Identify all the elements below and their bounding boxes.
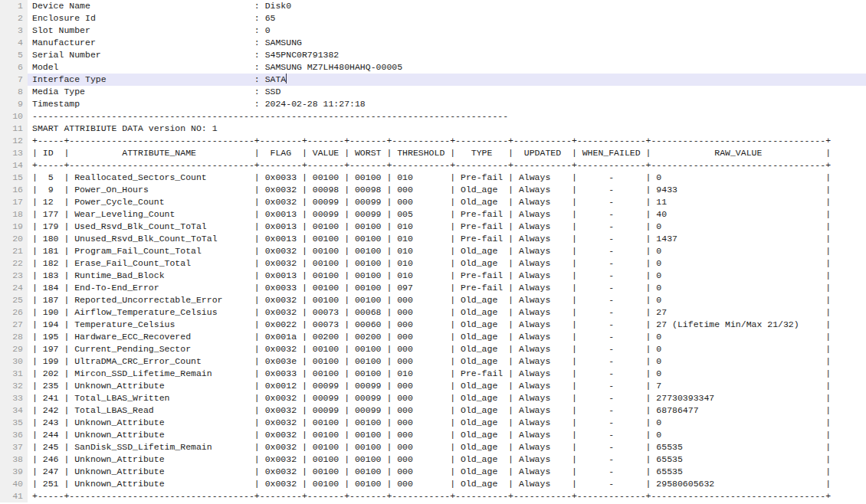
- line-number: 22: [0, 257, 28, 270]
- line-number: 13: [0, 147, 28, 159]
- editor-line-39: 39| 247 | Unknown_Attribute | 0x0032 | 0…: [0, 466, 866, 478]
- code-line-content[interactable]: | 243 | Unknown_Attribute | 0x0032 | 001…: [28, 417, 866, 429]
- line-number: 25: [0, 294, 28, 306]
- code-line-content[interactable]: | 199 | UltraDMA_CRC_Error_Count | 0x003…: [28, 355, 866, 368]
- code-line-content[interactable]: Serial Number : S45PNC0R791382: [28, 49, 866, 61]
- editor-line-8: 8Media Type : SSD: [0, 86, 866, 98]
- text-editor-viewport[interactable]: 1Device Name : Disk02Enclosure Id : 653S…: [0, 0, 866, 504]
- editor-line-16: 16| 9 | Power_On_Hours | 0x0032 | 00098 …: [0, 184, 866, 196]
- code-line-content[interactable]: | 245 | SanDisk_SSD_Lifetim_Remain | 0x0…: [28, 441, 866, 453]
- editor-line-7: 7Interface Type : SATA: [0, 74, 866, 86]
- code-line-content[interactable]: | 246 | Unknown_Attribute | 0x0032 | 001…: [28, 453, 866, 466]
- line-number: 9: [0, 98, 28, 110]
- line-number: 20: [0, 233, 28, 245]
- line-number: 5: [0, 49, 28, 61]
- line-number: 27: [0, 319, 28, 331]
- editor-line-6: 6Model : SAMSUNG MZ7LH480HAHQ-00005: [0, 61, 866, 74]
- code-line-content[interactable]: ----------------------------------------…: [28, 110, 866, 123]
- code-line-content[interactable]: | 181 | Program_Fail_Count_Total | 0x003…: [28, 245, 866, 257]
- editor-line-40: 40| 251 | Unknown_Attribute | 0x0032 | 0…: [0, 478, 866, 490]
- code-line-content[interactable]: | 12 | Power_Cycle_Count | 0x0032 | 0009…: [28, 196, 866, 208]
- code-line-content[interactable]: | 183 | Runtime_Bad_Block | 0x0013 | 001…: [28, 270, 866, 282]
- code-line-content[interactable]: | ID | ATTRIBUTE_NAME | FLAG | VALUE | W…: [28, 147, 866, 159]
- line-number: 21: [0, 245, 28, 257]
- code-line-content[interactable]: | 251 | Unknown_Attribute | 0x0032 | 001…: [28, 478, 866, 490]
- code-line-content[interactable]: Device Name : Disk0: [28, 0, 866, 12]
- editor-line-15: 15| 5 | Reallocated_Sectors_Count | 0x00…: [0, 172, 866, 184]
- line-number: 23: [0, 270, 28, 282]
- code-line-content[interactable]: SMART ATTRIBIUTE DATA version NO: 1: [28, 123, 866, 135]
- line-number: 40: [0, 478, 28, 490]
- code-line-content[interactable]: | 197 | Current_Pending_Sector | 0x0032 …: [28, 343, 866, 355]
- line-number: 19: [0, 221, 28, 233]
- editor-line-25: 25| 187 | Reported_Uncorrectable_Error |…: [0, 294, 866, 306]
- code-line-content[interactable]: | 179 | Used_Rsvd_Blk_Count_ToTal | 0x00…: [28, 221, 866, 233]
- code-line-content[interactable]: | 244 | Unknown_Attribute | 0x0032 | 001…: [28, 429, 866, 441]
- editor-line-19: 19| 179 | Used_Rsvd_Blk_Count_ToTal | 0x…: [0, 221, 866, 233]
- line-number: 11: [0, 123, 28, 135]
- line-number: 32: [0, 380, 28, 392]
- line-number: 4: [0, 37, 28, 49]
- code-line-content[interactable]: +-----+---------------------------------…: [28, 135, 866, 147]
- code-line-content[interactable]: | 202 | Mircon_SSD_Lifetime_Remain | 0x0…: [28, 368, 866, 380]
- line-number: 2: [0, 12, 28, 25]
- line-number: 15: [0, 172, 28, 184]
- line-number: 8: [0, 86, 28, 98]
- code-line-content[interactable]: +-----+---------------------------------…: [28, 490, 866, 502]
- line-number: 10: [0, 110, 28, 123]
- editor-line-33: 33| 241 | Total_LBAS_Written | 0x0032 | …: [0, 392, 866, 404]
- editor-line-10: 10--------------------------------------…: [0, 110, 866, 123]
- line-number: 18: [0, 208, 28, 221]
- line-number: 39: [0, 466, 28, 478]
- line-number: 1: [0, 0, 28, 12]
- code-line-content[interactable]: | 235 | Unknown_Attribute | 0x0012 | 000…: [28, 380, 866, 392]
- code-line-content[interactable]: | 180 | Unused_Rsvd_Blk_Count_ToTal | 0x…: [28, 233, 866, 245]
- text-cursor: [286, 74, 287, 83]
- code-line-content[interactable]: | 241 | Total_LBAS_Written | 0x0032 | 00…: [28, 392, 866, 404]
- line-number: 24: [0, 282, 28, 294]
- code-line-content[interactable]: Model : SAMSUNG MZ7LH480HAHQ-00005: [28, 61, 866, 74]
- editor-line-11: 11SMART ATTRIBIUTE DATA version NO: 1: [0, 123, 866, 135]
- editor-line-26: 26| 190 | Airflow_Temperature_Celsius | …: [0, 306, 866, 319]
- editor-line-35: 35| 243 | Unknown_Attribute | 0x0032 | 0…: [0, 417, 866, 429]
- editor-line-36: 36| 244 | Unknown_Attribute | 0x0032 | 0…: [0, 429, 866, 441]
- editor-line-14: 14+-----+-------------------------------…: [0, 159, 866, 172]
- code-line-content[interactable]: +-----+---------------------------------…: [28, 159, 866, 172]
- code-line-content[interactable]: | 184 | End-To-End_Error | 0x0033 | 0010…: [28, 282, 866, 294]
- editor-line-2: 2Enclosure Id : 65: [0, 12, 866, 25]
- editor-line-12: 12+-----+-------------------------------…: [0, 135, 866, 147]
- code-line-content[interactable]: | 187 | Reported_Uncorrectable_Error | 0…: [28, 294, 866, 306]
- code-line-content[interactable]: | 177 | Wear_Leveling_Count | 0x0013 | 0…: [28, 208, 866, 221]
- editor-line-29: 29| 197 | Current_Pending_Sector | 0x003…: [0, 343, 866, 355]
- code-line-content[interactable]: Enclosure Id : 65: [28, 12, 866, 25]
- editor-line-5: 5Serial Number : S45PNC0R791382: [0, 49, 866, 61]
- editor-line-3: 3Slot Number : 0: [0, 25, 866, 37]
- code-line-content[interactable]: | 195 | Hardware_ECC_Recovered | 0x001a …: [28, 331, 866, 343]
- code-line-content[interactable]: | 9 | Power_On_Hours | 0x0032 | 00098 | …: [28, 184, 866, 196]
- code-line-content[interactable]: Media Type : SSD: [28, 86, 866, 98]
- code-line-content[interactable]: Slot Number : 0: [28, 25, 866, 37]
- editor-line-34: 34| 242 | Total_LBAS_Read | 0x0032 | 000…: [0, 404, 866, 417]
- code-line-content[interactable]: | 190 | Airflow_Temperature_Celsius | 0x…: [28, 306, 866, 319]
- editor-line-38: 38| 246 | Unknown_Attribute | 0x0032 | 0…: [0, 453, 866, 466]
- code-line-content[interactable]: | 242 | Total_LBAS_Read | 0x0032 | 00099…: [28, 404, 866, 417]
- line-number: 37: [0, 441, 28, 453]
- code-line-content[interactable]: Manufacturer : SAMSUNG: [28, 37, 866, 49]
- editor-line-20: 20| 180 | Unused_Rsvd_Blk_Count_ToTal | …: [0, 233, 866, 245]
- code-line-content[interactable]: Timestamp : 2024-02-28 11:27:18: [28, 98, 866, 110]
- editor-line-9: 9Timestamp : 2024-02-28 11:27:18: [0, 98, 866, 110]
- editor-line-31: 31| 202 | Mircon_SSD_Lifetime_Remain | 0…: [0, 368, 866, 380]
- editor-line-30: 30| 199 | UltraDMA_CRC_Error_Count | 0x0…: [0, 355, 866, 368]
- editor-line-37: 37| 245 | SanDisk_SSD_Lifetim_Remain | 0…: [0, 441, 866, 453]
- line-number: 7: [0, 74, 28, 86]
- line-number: 34: [0, 404, 28, 417]
- editor-line-22: 22| 182 | Erase_Fail_Count_Total | 0x003…: [0, 257, 866, 270]
- line-number: 14: [0, 159, 28, 172]
- code-line-content[interactable]: | 247 | Unknown_Attribute | 0x0032 | 001…: [28, 466, 866, 478]
- editor-line-32: 32| 235 | Unknown_Attribute | 0x0012 | 0…: [0, 380, 866, 392]
- code-line-content[interactable]: | 5 | Reallocated_Sectors_Count | 0x0033…: [28, 172, 866, 184]
- editor-line-28: 28| 195 | Hardware_ECC_Recovered | 0x001…: [0, 331, 866, 343]
- code-line-content[interactable]: | 182 | Erase_Fail_Count_Total | 0x0032 …: [28, 257, 866, 270]
- code-line-content[interactable]: | 194 | Temperature_Celsius | 0x0022 | 0…: [28, 319, 866, 331]
- code-line-current[interactable]: Interface Type : SATA: [28, 74, 866, 86]
